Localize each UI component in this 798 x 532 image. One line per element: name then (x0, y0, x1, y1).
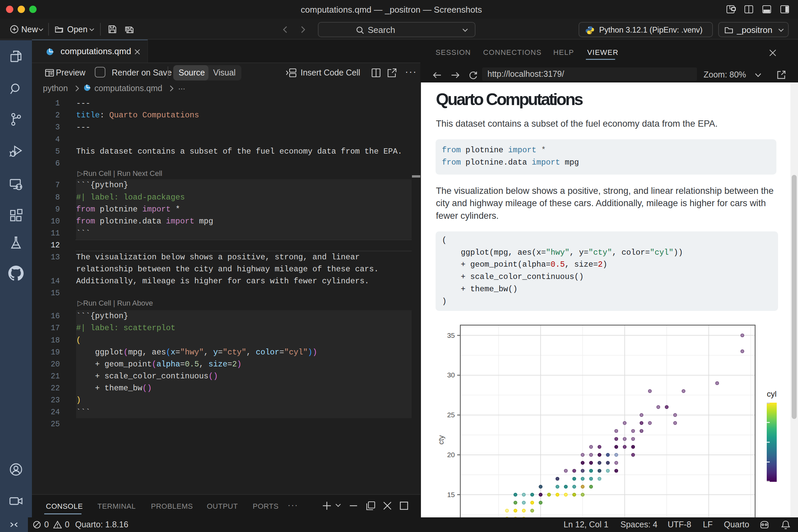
svg-text:15: 15 (447, 491, 455, 498)
svg-text:30: 30 (447, 371, 455, 379)
svg-text:cty: cty (437, 435, 445, 444)
svg-text:25: 25 (447, 411, 455, 419)
svg-text:35: 35 (447, 331, 455, 339)
svg-text:20: 20 (447, 451, 455, 458)
svg-text:cyl: cyl (767, 390, 776, 398)
